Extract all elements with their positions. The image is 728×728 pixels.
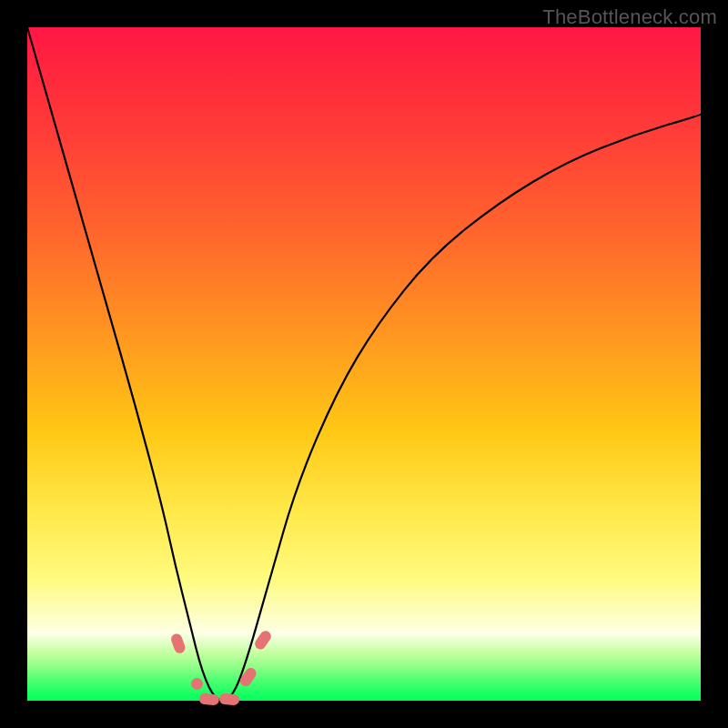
curve-svg bbox=[27, 27, 701, 701]
curve-marker-pill bbox=[219, 693, 240, 706]
watermark-text: TheBottleneck.com bbox=[542, 5, 717, 29]
curve-markers bbox=[169, 629, 273, 706]
curve-marker-dot bbox=[191, 678, 203, 690]
bottleneck-curve bbox=[27, 27, 701, 701]
curve-marker-pill bbox=[253, 629, 273, 652]
curve-marker-pill bbox=[198, 693, 219, 706]
curve-marker-pill bbox=[169, 632, 187, 655]
chart-frame: TheBottleneck.com bbox=[0, 0, 728, 728]
plot-area bbox=[27, 27, 701, 701]
